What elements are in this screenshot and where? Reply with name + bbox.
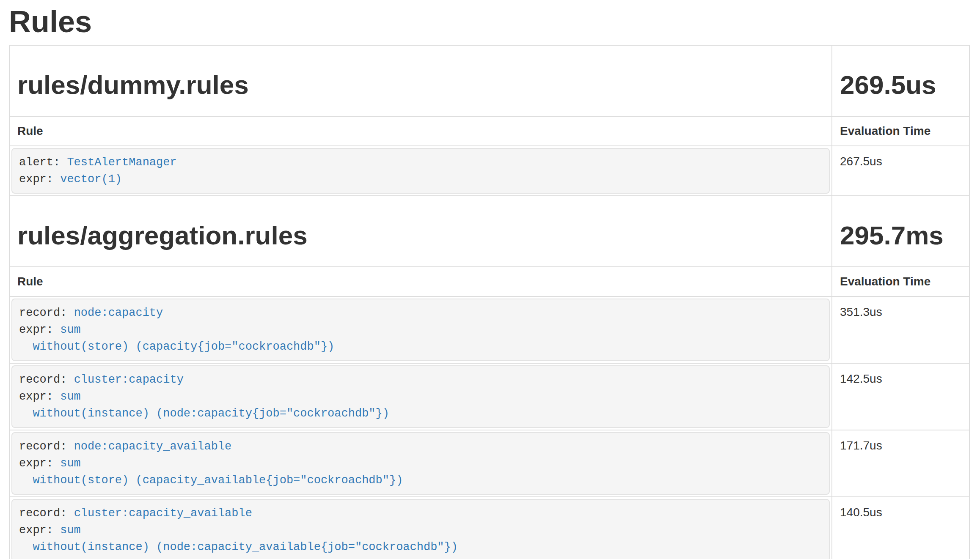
rule-row: record: node:capacity_available expr: su… bbox=[9, 430, 969, 497]
rule-row: record: node:capacity expr: sum without(… bbox=[9, 296, 969, 363]
column-header-row: RuleEvaluation Time bbox=[9, 116, 969, 146]
rule-cell: record: node:capacity expr: sum without(… bbox=[9, 296, 832, 363]
rule-link[interactable]: vector(1) bbox=[60, 173, 122, 186]
rule-definition: alert: TestAlertManager expr: vector(1) bbox=[11, 148, 830, 194]
rule-eval-time: 267.5us bbox=[832, 146, 969, 196]
rule-group-cell: rules/aggregation.rules bbox=[9, 196, 832, 267]
page-title: Rules bbox=[9, 5, 980, 38]
rule-definition: record: node:capacity_available expr: su… bbox=[11, 432, 830, 495]
rule-row: alert: TestAlertManager expr: vector(1)2… bbox=[9, 146, 969, 196]
rule-keyword: record: bbox=[19, 307, 74, 319]
eval-time-column-header: Evaluation Time bbox=[832, 116, 969, 146]
rule-group-title: rules/aggregation.rules bbox=[17, 221, 825, 250]
rule-keyword: expr: bbox=[19, 390, 60, 403]
rule-group-title: rules/dummy.rules bbox=[17, 70, 825, 100]
rule-eval-time: 140.5us bbox=[832, 497, 969, 559]
rule-cell: record: node:capacity_available expr: su… bbox=[9, 430, 832, 497]
rule-keyword: expr: bbox=[19, 457, 60, 470]
column-header-row: RuleEvaluation Time bbox=[9, 267, 969, 296]
eval-time-column-header: Evaluation Time bbox=[832, 267, 969, 296]
rule-link[interactable]: sum bbox=[60, 390, 81, 403]
rule-link[interactable]: without(instance) (node:capacity{job="co… bbox=[19, 407, 389, 420]
rule-link[interactable]: cluster:capacity bbox=[74, 373, 184, 386]
rule-column-header: Rule bbox=[9, 116, 832, 146]
rules-table-body: rules/dummy.rules269.5usRuleEvaluation T… bbox=[9, 45, 969, 559]
rule-keyword: record: bbox=[19, 440, 74, 453]
rule-eval-time: 351.3us bbox=[832, 296, 969, 363]
rule-eval-time: 142.5us bbox=[832, 363, 969, 430]
rule-group-header-row: rules/dummy.rules269.5us bbox=[9, 45, 969, 116]
rule-link[interactable]: without(instance) (node:capacity_availab… bbox=[19, 541, 458, 554]
rule-group-eval-time-cell: 269.5us bbox=[832, 45, 969, 116]
rule-cell: record: cluster:capacity expr: sum witho… bbox=[9, 363, 832, 430]
rules-table: rules/dummy.rules269.5usRuleEvaluation T… bbox=[9, 45, 970, 559]
rule-link[interactable]: sum bbox=[60, 323, 81, 336]
rule-link[interactable]: without(store) (capacity{job="cockroachd… bbox=[19, 340, 334, 353]
rule-keyword: record: bbox=[19, 373, 74, 386]
rule-link[interactable]: node:capacity_available bbox=[74, 440, 232, 453]
rule-row: record: cluster:capacity_available expr:… bbox=[9, 497, 969, 559]
rule-link[interactable]: TestAlertManager bbox=[67, 156, 176, 169]
rule-group-eval-time: 269.5us bbox=[839, 70, 962, 100]
rule-keyword: alert: bbox=[19, 156, 67, 169]
rule-definition: record: node:capacity expr: sum without(… bbox=[11, 299, 830, 361]
rule-cell: record: cluster:capacity_available expr:… bbox=[9, 497, 832, 559]
rule-link[interactable]: without(store) (capacity_available{job="… bbox=[19, 474, 403, 487]
rule-group-eval-time: 295.7ms bbox=[839, 221, 962, 250]
rule-keyword: expr: bbox=[19, 323, 60, 336]
rule-eval-time: 171.7us bbox=[832, 430, 969, 497]
rule-keyword: expr: bbox=[19, 173, 60, 186]
rule-cell: alert: TestAlertManager expr: vector(1) bbox=[9, 146, 832, 196]
rule-link[interactable]: node:capacity bbox=[74, 307, 163, 319]
rule-group-header-row: rules/aggregation.rules295.7ms bbox=[9, 196, 969, 267]
rule-link[interactable]: sum bbox=[60, 457, 81, 470]
rule-definition: record: cluster:capacity_available expr:… bbox=[11, 499, 830, 559]
rule-column-header: Rule bbox=[9, 267, 832, 296]
rule-link[interactable]: sum bbox=[60, 524, 81, 537]
rule-link[interactable]: cluster:capacity_available bbox=[74, 507, 252, 520]
rule-keyword: record: bbox=[19, 507, 74, 520]
rule-keyword: expr: bbox=[19, 524, 60, 537]
rule-group-cell: rules/dummy.rules bbox=[9, 45, 832, 116]
rule-row: record: cluster:capacity expr: sum witho… bbox=[9, 363, 969, 430]
rule-definition: record: cluster:capacity expr: sum witho… bbox=[11, 365, 830, 428]
rule-group-eval-time-cell: 295.7ms bbox=[832, 196, 969, 267]
